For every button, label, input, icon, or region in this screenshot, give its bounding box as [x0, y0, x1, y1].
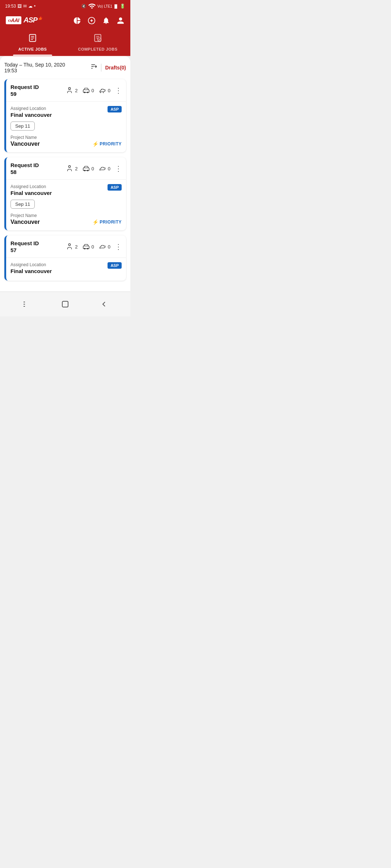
project-row-58: Vancouver ⚡ PRIORITY [10, 219, 122, 225]
header-actions: Drafts(0) [90, 63, 126, 72]
more-button-58[interactable]: ⋮ [115, 164, 122, 173]
guard-count-59: 2 [66, 86, 77, 94]
location-row-58: Assigned Location Final vancouver ASP [10, 184, 122, 196]
job-card-57-icons: 2 0 0 ⋮ [66, 242, 122, 251]
date-text: Today – Thu, Sep 10, 2020 [4, 62, 65, 68]
request-id-58: Request ID 58 [10, 162, 39, 176]
priority-badge-58: ⚡ PRIORITY [92, 219, 122, 225]
tab-completed-jobs[interactable]: COMPLETED JOBS [65, 30, 130, 56]
wifi-icon [88, 2, 96, 10]
job-card-58-body: Assigned Location Final vancouver ASP Se… [6, 180, 126, 230]
vertical-divider [101, 64, 101, 72]
project-label-58: Project Name [10, 213, 122, 218]
completed-jobs-label: COMPLETED JOBS [78, 47, 117, 51]
job-card-59: Request ID 59 2 [4, 79, 126, 152]
dog-count-57: 0 [98, 243, 110, 251]
lightning-icon-59: ⚡ [92, 141, 99, 147]
nav-home-button[interactable] [58, 297, 72, 311]
job-card-58-header: Request ID 58 2 [6, 157, 126, 180]
status-right: 🔇 Vo) LTE1 ▐▌ 🔋 [81, 2, 125, 10]
job-card-58-icons: 2 0 0 ⋮ [66, 164, 122, 173]
app-header: ‹›AAI ASP🍁 [0, 12, 130, 30]
dog-count-59: 0 [98, 86, 110, 94]
job-card-59-header: Request ID 59 2 [6, 79, 126, 102]
request-id-57: Request ID 57 [10, 240, 39, 254]
asp-logo: ASP🍁 [24, 16, 42, 24]
status-left: 19:53 🖼 ✉ ☁ • [5, 4, 35, 9]
asp-badge-57: ASP [108, 262, 122, 269]
date-info: Today – Thu, Sep 10, 2020 19:53 [4, 62, 65, 73]
job-card-59-icons: 2 0 0 [66, 86, 122, 95]
dog-count-58: 0 [98, 165, 110, 173]
status-mail-icon: ✉ [23, 4, 27, 9]
time-text: 19:53 [4, 68, 65, 73]
project-name-59: Vancouver [10, 141, 40, 147]
svg-rect-31 [62, 301, 68, 307]
more-button-59[interactable]: ⋮ [115, 86, 122, 95]
active-jobs-icon [28, 33, 37, 45]
guard-count-58: 2 [66, 165, 77, 173]
location-info-57: Assigned Location Final vancouver [10, 262, 52, 274]
job-card-57-header: Request ID 57 2 [6, 235, 126, 258]
sort-icon[interactable] [90, 63, 97, 72]
mute-icon: 🔇 [81, 4, 87, 9]
aai-logo: ‹›AAI [6, 16, 21, 24]
svg-point-24 [69, 244, 71, 246]
tab-bar: ACTIVE JOBS COMPLETED JOBS [0, 30, 130, 56]
status-dot: • [34, 4, 35, 9]
project-name-58: Vancouver [10, 219, 40, 225]
add-icon[interactable] [88, 16, 96, 25]
project-row-59: Vancouver ⚡ PRIORITY [10, 141, 122, 147]
location-row-57: Assigned Location Final vancouver ASP [10, 262, 122, 274]
date-badge-58: Sep 11 [10, 200, 35, 209]
nav-menu-button[interactable] [19, 297, 34, 311]
status-bar: 19:53 🖼 ✉ ☁ • 🔇 Vo) LTE1 ▐▌ 🔋 [0, 0, 130, 12]
bell-icon[interactable] [102, 16, 110, 25]
battery-icon: 🔋 [120, 4, 125, 9]
status-photo-icon: 🖼 [17, 4, 22, 9]
location-info-58: Assigned Location Final vancouver [10, 184, 52, 196]
location-info-59: Assigned Location Final vancouver [10, 106, 52, 118]
car-count-57: 0 [82, 243, 94, 251]
job-card-58: Request ID 58 2 [4, 157, 126, 230]
asp-badge-58: ASP [108, 184, 122, 191]
car-count-59: 0 [82, 86, 94, 94]
main-content: Today – Thu, Sep 10, 2020 19:53 Drafts(0… [0, 56, 130, 292]
job-card-57: Request ID 57 2 [4, 235, 126, 281]
asp-badge-59: ASP [108, 106, 122, 112]
status-cloud-icon: ☁ [28, 4, 33, 9]
project-label-59: Project Name [10, 135, 122, 140]
drafts-button[interactable]: Drafts(0) [105, 65, 126, 71]
request-id-59: Request ID 59 [10, 84, 39, 98]
priority-badge-59: ⚡ PRIORITY [92, 141, 122, 147]
bottom-nav [0, 292, 130, 316]
location-row-59: Assigned Location Final vancouver ASP [10, 106, 122, 118]
completed-jobs-icon [93, 33, 102, 45]
svg-point-20 [69, 166, 71, 168]
car-count-58: 0 [82, 165, 94, 173]
more-button-57[interactable]: ⋮ [115, 242, 122, 251]
status-time: 19:53 [5, 4, 16, 9]
header-icons [73, 16, 125, 25]
active-jobs-label: ACTIVE JOBS [18, 47, 47, 51]
date-header: Today – Thu, Sep 10, 2020 19:53 Drafts(0… [4, 62, 126, 73]
svg-point-19 [101, 89, 102, 90]
tab-active-jobs[interactable]: ACTIVE JOBS [0, 30, 65, 56]
job-card-59-body: Assigned Location Final vancouver ASP Se… [6, 102, 126, 152]
job-card-57-body: Assigned Location Final vancouver ASP [6, 258, 126, 281]
nav-back-button[interactable] [97, 297, 111, 311]
logo-area: ‹›AAI ASP🍁 [6, 16, 42, 24]
chart-icon[interactable] [73, 16, 81, 25]
lightning-icon-58: ⚡ [92, 219, 99, 225]
date-badge-59: Sep 11 [10, 122, 35, 131]
signal-icon: Vo) LTE1 ▐▌ [97, 4, 118, 8]
guard-count-57: 2 [66, 243, 77, 251]
user-icon[interactable] [117, 16, 125, 25]
